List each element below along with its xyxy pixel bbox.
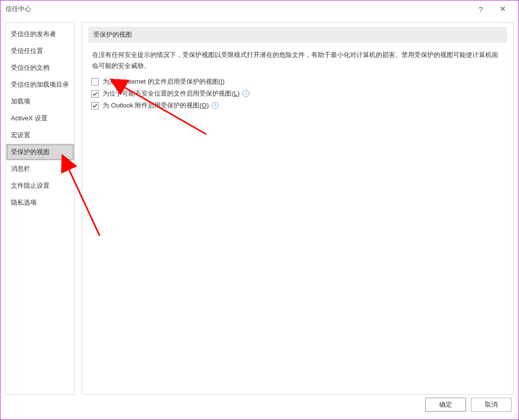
resize-grip-icon[interactable] (512, 413, 518, 419)
trust-center-dialog: 信任中心 ? ✕ 受信任的发布者受信任位置受信任的文档受信任的加载项目录加载项A… (0, 0, 519, 420)
sidebar-item[interactable]: 宏设置 (6, 127, 74, 144)
sidebar: 受信任的发布者受信任位置受信任的文档受信任的加载项目录加载项ActiveX 设置… (5, 22, 75, 395)
dialog-footer: 确定 取消 (0, 395, 519, 420)
sidebar-item[interactable]: 隐私选项 (6, 194, 74, 211)
info-icon[interactable]: i (212, 102, 219, 109)
option-row: 为位于可能不安全位置的文件启用受保护视图(L)i (91, 89, 507, 98)
svg-point-3 (514, 415, 515, 416)
option-row: 为 Outlook 附件启用受保护的视图(O)i (91, 101, 507, 110)
option-label[interactable]: 为位于可能不安全位置的文件启用受保护视图(L) (103, 89, 239, 98)
section-header: 受保护的视图 (88, 27, 507, 43)
sidebar-item-label: ActiveX 设置 (11, 114, 48, 122)
dialog-title: 信任中心 (5, 4, 31, 13)
sidebar-item[interactable]: 受信任位置 (6, 43, 74, 59)
sidebar-item-label: 加载项 (11, 98, 30, 105)
sidebar-item-label: 受信任的加载项目录 (11, 81, 69, 88)
checkbox[interactable] (91, 90, 99, 98)
sidebar-item[interactable]: 消息栏 (6, 160, 74, 177)
close-button[interactable]: ✕ (492, 0, 514, 17)
options-group: 为来自 Internet 的文件启用受保护的视图(I)为位于可能不安全位置的文件… (91, 77, 507, 110)
svg-point-4 (516, 415, 517, 416)
sidebar-item-label: 消息栏 (11, 165, 30, 172)
option-label[interactable]: 为 Outlook 附件启用受保护的视图(O) (103, 101, 209, 110)
sidebar-item-label: 宏设置 (11, 131, 30, 139)
sidebar-item-label: 受保护的视图 (11, 148, 50, 156)
checkbox[interactable] (91, 78, 99, 86)
sidebar-item[interactable]: 受保护的视图 (6, 144, 74, 160)
svg-point-5 (512, 417, 513, 418)
help-button[interactable]: ? (470, 0, 492, 17)
svg-point-2 (516, 413, 517, 414)
sidebar-item[interactable]: 文件阻止设置 (6, 177, 74, 194)
section-description: 在没有任何安全提示的情况下，受保护视图以受限模式打开潜在的危险文件，有助于最小化… (92, 50, 503, 71)
svg-point-6 (514, 417, 515, 418)
sidebar-item-label: 隐私选项 (11, 199, 37, 206)
sidebar-item-label: 文件阻止设置 (11, 182, 50, 189)
sidebar-item[interactable]: 加载项 (6, 93, 74, 110)
sidebar-item[interactable]: 受信任的发布者 (6, 26, 74, 43)
option-row: 为来自 Internet 的文件启用受保护的视图(I) (91, 77, 507, 86)
sidebar-item[interactable]: 受信任的加载项目录 (6, 76, 74, 93)
svg-point-7 (516, 417, 517, 418)
titlebar: 信任中心 ? ✕ (0, 0, 519, 17)
cancel-button[interactable]: 取消 (471, 398, 512, 412)
sidebar-item[interactable]: ActiveX 设置 (6, 110, 74, 127)
sidebar-item[interactable]: 受信任的文档 (6, 59, 74, 76)
sidebar-item-label: 受信任的文档 (11, 64, 50, 71)
content-panel: 受保护的视图 在没有任何安全提示的情况下，受保护视图以受限模式打开潜在的危险文件… (82, 22, 514, 395)
sidebar-item-label: 受信任位置 (11, 47, 43, 54)
sidebar-item-label: 受信任的发布者 (11, 30, 56, 38)
info-icon[interactable]: i (242, 90, 249, 97)
checkbox[interactable] (91, 102, 99, 109)
ok-button[interactable]: 确定 (425, 398, 466, 412)
option-label[interactable]: 为来自 Internet 的文件启用受保护的视图(I) (103, 77, 225, 86)
